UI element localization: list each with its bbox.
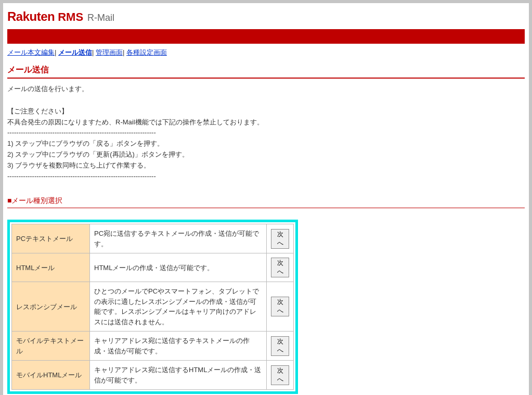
crumb-mail-send[interactable]: メール送信 (58, 48, 92, 56)
mail-type-desc: キャリアアドレス宛に送信するテキストメールの作成・送信が可能です。 (90, 332, 267, 361)
page-container: Rakuten RMS R-Mail メール本文編集| メール送信| 管理画面|… (3, 3, 529, 395)
header-bar (7, 29, 525, 44)
table-row: モバイルテキストメール キャリアアドレス宛に送信するテキストメールの作成・送信が… (12, 332, 294, 361)
title-underline (7, 78, 525, 79)
caution-divider: ----------------------------------------… (7, 128, 525, 138)
next-button[interactable]: 次へ (271, 229, 289, 249)
highlighted-region: PCテキストメール PC宛に送信するテキストメールの作成・送信が可能です。 次へ… (7, 220, 298, 394)
table-row: モバイルHTMLメール キャリアアドレス宛に送信するHTMLメールの作成・送信が… (12, 361, 294, 390)
crumb-settings[interactable]: 各種設定画面 (126, 48, 167, 56)
crumb-sep: | (123, 48, 126, 56)
mail-type-desc: キャリアアドレス宛に送信するHTMLメールの作成・送信が可能です。 (90, 361, 267, 390)
caution-item-2: 2) ステップ中にブラウザの「更新(再読込)」ボタンを押す。 (7, 149, 525, 160)
crumb-admin[interactable]: 管理画面 (96, 48, 123, 56)
caution-item-3: 3) ブラウザを複数同時に立ち上げて作業する。 (7, 160, 525, 171)
crumb-sep: | (92, 48, 96, 56)
mail-type-name: HTMLメール (12, 253, 90, 282)
intro-text: メールの送信を行います。 (7, 84, 525, 95)
breadcrumbs: メール本文編集| メール送信| 管理画面| 各種設定画面 (7, 48, 525, 57)
next-button[interactable]: 次へ (271, 365, 289, 385)
mail-type-table: PCテキストメール PC宛に送信するテキストメールの作成・送信が可能です。 次へ… (11, 224, 294, 390)
mail-type-name: モバイルテキストメール (12, 332, 90, 361)
caution-divider: ----------------------------------------… (7, 171, 525, 182)
next-button[interactable]: 次へ (271, 297, 289, 316)
section-underline (7, 208, 525, 208)
crumb-sep: | (55, 48, 58, 56)
table-row: HTMLメール HTMLメールの作成・送信が可能です。 次へ (12, 253, 294, 282)
logo-brand: Rakuten (7, 9, 55, 24)
mail-type-name: モバイルHTMLメール (12, 361, 90, 390)
crumb-mail-body-edit[interactable]: メール本文編集 (7, 48, 55, 56)
mail-type-desc: ひとつのメールでPCやスマートフォン、タブレットでの表示に適したレスポンシブメー… (90, 282, 267, 332)
page-title: メール送信 (7, 65, 525, 75)
mail-type-name: PCテキストメール (12, 224, 90, 253)
table-row: レスポンシブメール ひとつのメールでPCやスマートフォン、タブレットでの表示に適… (12, 282, 294, 332)
mail-type-desc: PC宛に送信するテキストメールの作成・送信が可能です。 (90, 224, 267, 253)
next-button[interactable]: 次へ (271, 336, 289, 356)
table-row: PCテキストメール PC宛に送信するテキストメールの作成・送信が可能です。 次へ (12, 224, 294, 253)
logo-suffix: RMS (58, 10, 83, 24)
logo: Rakuten RMS R-Mail (7, 9, 525, 24)
caution-header: 【ご注意ください】 (7, 106, 525, 117)
mail-type-name: レスポンシブメール (12, 282, 90, 332)
section-title: ■メール種別選択 (7, 196, 525, 206)
mail-type-desc: HTMLメールの作成・送信が可能です。 (90, 253, 267, 282)
logo-subtitle: R-Mail (87, 12, 114, 23)
caution-block: 【ご注意ください】 不具合発生の原因になりますため、R-Mail機能では下記の操… (7, 106, 525, 182)
caution-item-1: 1) ステップ中にブラウザの「戻る」ボタンを押す。 (7, 138, 525, 149)
caution-lead: 不具合発生の原因になりますため、R-Mail機能では下記の操作を禁止しております… (7, 117, 525, 128)
next-button[interactable]: 次へ (271, 258, 289, 277)
